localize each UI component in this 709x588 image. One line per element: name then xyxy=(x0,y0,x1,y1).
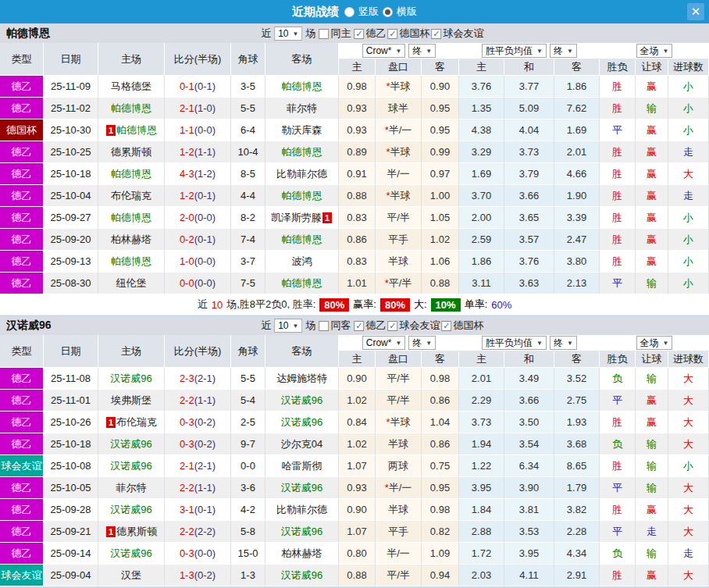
stats-label: 单率: xyxy=(465,298,488,312)
odds-handicap: 半球 xyxy=(376,499,422,521)
table-row: 德乙 25-11-02 帕德博恩 2-1(1-0) 5-5 菲尔特 0.93 球… xyxy=(0,98,709,119)
result-handicap: 赢 xyxy=(636,141,668,163)
corner-score: 4-2 xyxy=(231,499,265,521)
chevron-down-icon: ▼ xyxy=(536,340,543,347)
league-filter-checkbox[interactable]: ✓德国杯 xyxy=(387,27,429,41)
vertical-layout-label: 竖版 xyxy=(358,5,379,19)
odds-away: 0.94 xyxy=(422,565,459,586)
avg-away: 2.01 xyxy=(554,141,600,163)
avg-final-select[interactable]: 终▼ xyxy=(550,336,577,350)
odds-home: 0.88 xyxy=(339,565,376,586)
table-row: 德乙 25-10-18 帕德博恩 4-3(1-2) 8-5 比勒菲尔德 0.91… xyxy=(0,163,709,185)
filter-controls: 近 10▼ 场 同客 ✓德乙✓球会友谊✓德国杯 xyxy=(261,319,483,333)
recent-results-dialog: 近期战绩 竖版 横版 ✕ 帕德博恩 近 10▼ 场 同主 ✓德乙✓德国杯✓球会友… xyxy=(0,0,709,588)
subcol-handicap: 盘口 xyxy=(376,351,422,368)
avg-draw: 4.11 xyxy=(504,565,554,586)
avg-final-select[interactable]: 终▼ xyxy=(550,44,577,58)
away-team: 帕德博恩 xyxy=(265,141,339,163)
result-winloss: 胜 xyxy=(600,499,636,521)
league-filter-checkbox[interactable]: ✓德乙 xyxy=(354,27,386,41)
corner-score: 1-3 xyxy=(231,565,265,586)
corner-score: 9-7 xyxy=(231,433,265,455)
result-handicap: 输 xyxy=(636,273,668,294)
table-row: 德乙 25-10-04 布伦瑞克 1-2(0-1) 4-4 帕德博恩 0.88 … xyxy=(0,185,709,207)
odds-home: 1.07 xyxy=(339,521,376,543)
match-date: 25-09-20 xyxy=(44,229,98,251)
result-winloss: 胜 xyxy=(600,98,636,119)
horizontal-layout-radio[interactable] xyxy=(383,7,393,17)
league-filter-checkbox[interactable]: ✓德乙 xyxy=(354,319,386,333)
result-goals: 大 xyxy=(668,390,709,412)
odds-away: 1.09 xyxy=(422,543,459,565)
avg-select[interactable]: 胜平负均值▼ xyxy=(482,44,547,58)
team-header-band: 汉诺威96 近 10▼ 场 同客 ✓德乙✓球会友谊✓德国杯 xyxy=(0,315,709,335)
match-date: 25-10-26 xyxy=(44,412,98,433)
match-date: 25-09-27 xyxy=(44,207,98,229)
avg-select[interactable]: 胜平负均值▼ xyxy=(482,336,547,350)
away-team: 勒沃库森 xyxy=(265,119,339,141)
close-icon[interactable]: ✕ xyxy=(687,3,704,20)
avg-away: 3.39 xyxy=(554,207,600,229)
chevron-down-icon: ▼ xyxy=(663,340,669,347)
odds-final-select[interactable]: 终▼ xyxy=(408,336,436,350)
odds-away: 0.90 xyxy=(422,76,459,98)
match-date: 25-10-30 xyxy=(44,119,98,141)
odds-final-select[interactable]: 终▼ xyxy=(408,44,436,58)
corner-score: 7-4 xyxy=(231,229,265,251)
odds-handicap: 半/一 xyxy=(376,543,422,565)
stats-text: 近 xyxy=(198,298,208,312)
subcol-avg-away: 客 xyxy=(554,59,600,76)
match-date: 25-10-18 xyxy=(44,163,98,185)
home-team: 纽伦堡 xyxy=(98,273,165,294)
bookmaker-select[interactable]: Crow*▼ xyxy=(362,336,406,350)
league-filter-checkbox[interactable]: ✓德国杯 xyxy=(441,319,483,333)
avg-away: 1.90 xyxy=(554,185,600,207)
odds-handicap: 平/半 xyxy=(376,390,422,412)
col-away: 客场 xyxy=(265,43,339,76)
match-count-select[interactable]: 10▼ xyxy=(274,319,302,333)
subcol-handicap: 盘口 xyxy=(376,59,422,76)
odds-home: 0.89 xyxy=(339,141,376,163)
home-team: 帕德博恩 xyxy=(98,163,165,185)
table-header: 类型 日期 主场 比分(半场) 角球 客场 Crow*▼ 终▼ 胜平负均值▼ 终… xyxy=(0,335,709,368)
avg-home: 1.22 xyxy=(459,455,504,477)
avg-draw: 3.76 xyxy=(504,251,554,273)
corner-score: 0-0 xyxy=(231,455,265,477)
same-venue-checkbox[interactable]: 同客 xyxy=(319,319,351,333)
match-count-select[interactable]: 10▼ xyxy=(274,27,302,41)
avg-draw: 3.77 xyxy=(504,76,554,98)
away-team: 汉诺威96 xyxy=(265,390,339,412)
league-badge: 德乙 xyxy=(0,98,44,119)
odds-away: 1.00 xyxy=(422,185,459,207)
league-filter-checkbox[interactable]: ✓球会友谊 xyxy=(387,319,440,333)
odds-handicap: 半/一 xyxy=(376,163,422,185)
result-handicap: 赢 xyxy=(636,229,668,251)
table-row: 德乙 25-08-30 纽伦堡 0-0(0-0) 7-5 帕德博恩 1.01 *… xyxy=(0,273,709,294)
same-venue-checkbox[interactable]: 同主 xyxy=(319,27,351,41)
league-filters: ✓德乙✓德国杯✓球会友谊 xyxy=(354,27,483,41)
corner-score: 8-2 xyxy=(231,207,265,229)
games-label: 场 xyxy=(305,27,315,41)
odds-away: 0.99 xyxy=(422,141,459,163)
vertical-layout-radio[interactable] xyxy=(344,7,354,17)
home-team: 德累斯顿 xyxy=(98,141,165,163)
scope-select[interactable]: 全场▼ xyxy=(636,336,673,350)
league-filter-checkbox[interactable]: ✓球会友谊 xyxy=(431,27,483,41)
odds-home: 0.84 xyxy=(339,412,376,433)
match-score: 1-2(0-1) xyxy=(165,185,231,207)
scope-select[interactable]: 全场▼ xyxy=(636,44,673,58)
col-corner: 角球 xyxy=(231,335,265,368)
odds-handicap: 平/半 xyxy=(376,565,422,586)
match-score: 2-1(2-1) xyxy=(165,455,231,477)
bookmaker-select[interactable]: Crow*▼ xyxy=(362,44,406,58)
match-date: 25-10-04 xyxy=(44,185,98,207)
avg-away: 4.34 xyxy=(554,543,600,565)
match-date: 25-11-08 xyxy=(44,368,98,390)
home-team: 汉诺威96 xyxy=(98,368,165,390)
dialog-title: 近期战绩 xyxy=(292,5,339,20)
away-team: 柏林赫塔 xyxy=(265,543,339,565)
result-handicap: 赢 xyxy=(636,499,668,521)
result-goals: 大 xyxy=(668,565,709,586)
odds-handicap: 两球 xyxy=(376,455,422,477)
odds-handicap: 球半 xyxy=(376,98,422,119)
